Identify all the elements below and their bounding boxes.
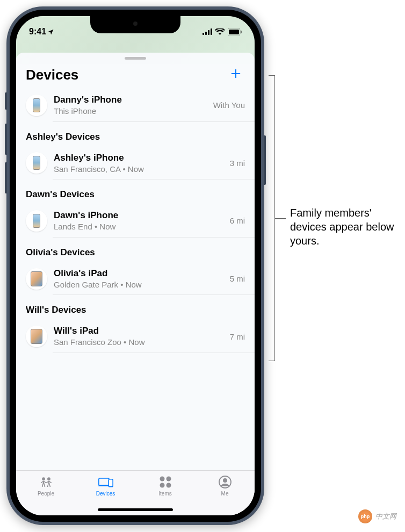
device-subtitle: San Francisco Zoo • Now (54, 337, 226, 348)
tab-label: Devices (96, 491, 115, 497)
section-header: Dawn's Devices (16, 179, 255, 204)
volume-up-button (5, 124, 7, 155)
device-subtitle: This iPhone (54, 106, 209, 117)
device-row[interactable]: Olivia's iPadGolden Gate Park • Now5 mi (16, 262, 255, 296)
device-name: Ashley's iPhone (54, 152, 226, 164)
device-distance: 7 mi (230, 332, 245, 341)
plus-icon (230, 68, 242, 80)
device-distance: 3 mi (230, 159, 245, 168)
location-arrow-icon (47, 28, 54, 35)
notch (90, 16, 180, 33)
tab-me[interactable]: Me (195, 475, 255, 515)
svg-point-13 (166, 477, 171, 481)
svg-rect-9 (98, 478, 109, 485)
callout-text: Family members' devices appear below you… (290, 206, 397, 248)
device-subtitle: Golden Gate Park • Now (54, 279, 226, 290)
php-logo-icon (358, 509, 372, 523)
device-name: Olivia's iPad (54, 268, 226, 279)
svg-point-17 (223, 478, 227, 483)
tab-label: Me (221, 491, 229, 497)
watermark: 中文网 (358, 509, 396, 523)
phone-frame: 9:41 (6, 6, 264, 525)
svg-rect-5 (229, 30, 239, 34)
add-device-button[interactable] (227, 66, 245, 83)
tab-people[interactable]: People (16, 475, 76, 515)
section-header: Olivia's Devices (16, 238, 255, 262)
device-list[interactable]: Danny's iPhone This iPhone With You Ashl… (16, 89, 255, 515)
iphone-icon (26, 210, 47, 232)
svg-point-14 (160, 483, 164, 488)
device-distance: With You (213, 100, 245, 110)
svg-point-7 (42, 477, 45, 480)
device-name: Danny's iPhone (54, 94, 209, 106)
svg-rect-10 (98, 485, 110, 486)
device-row[interactable]: Dawn's iPhoneLands End • Now6 mi (16, 204, 255, 238)
home-indicator[interactable] (98, 508, 173, 511)
mute-switch (5, 92, 7, 110)
volume-down-button (5, 162, 7, 193)
ipad-icon (26, 268, 47, 290)
device-row[interactable]: Will's iPadSan Francisco Zoo • Now7 mi (16, 320, 255, 353)
status-time: 9:41 (29, 27, 46, 37)
cellular-icon (202, 28, 212, 35)
svg-rect-1 (205, 32, 207, 35)
tab-label: Items (158, 491, 171, 497)
own-device-row[interactable]: Danny's iPhone This iPhone With You (16, 89, 255, 122)
svg-rect-3 (211, 28, 212, 35)
sheet-title: Devices (26, 67, 78, 83)
device-distance: 5 mi (230, 274, 245, 283)
svg-rect-2 (208, 30, 209, 35)
device-distance: 6 mi (230, 216, 245, 225)
devices-icon (98, 476, 113, 488)
wifi-icon (215, 28, 225, 35)
device-row[interactable]: Ashley's iPhoneSan Francisco, CA • Now3 … (16, 147, 255, 180)
watermark-text: 中文网 (375, 512, 396, 521)
device-name: Dawn's iPhone (54, 210, 226, 221)
svg-rect-11 (109, 479, 113, 487)
devices-sheet: Devices Danny's iPhone This iPhone With … (16, 53, 255, 515)
device-name: Will's iPad (54, 325, 226, 337)
tab-label: People (38, 491, 54, 497)
device-subtitle: San Francisco, CA • Now (54, 164, 226, 175)
svg-point-15 (166, 483, 171, 488)
battery-icon (228, 28, 242, 35)
items-icon (160, 476, 171, 488)
svg-rect-6 (241, 31, 242, 33)
svg-point-12 (160, 477, 164, 481)
svg-rect-0 (202, 33, 204, 35)
device-subtitle: Lands End • Now (54, 221, 226, 232)
section-header: Will's Devices (16, 295, 255, 320)
iphone-icon (26, 95, 47, 116)
people-icon (39, 476, 54, 488)
sheet-grabber[interactable] (125, 57, 146, 60)
svg-point-8 (47, 477, 50, 480)
screen: 9:41 (16, 16, 255, 515)
me-icon (219, 476, 232, 488)
power-button (264, 135, 266, 185)
ipad-icon (26, 326, 47, 347)
iphone-icon (26, 152, 47, 174)
section-header: Ashley's Devices (16, 122, 255, 147)
